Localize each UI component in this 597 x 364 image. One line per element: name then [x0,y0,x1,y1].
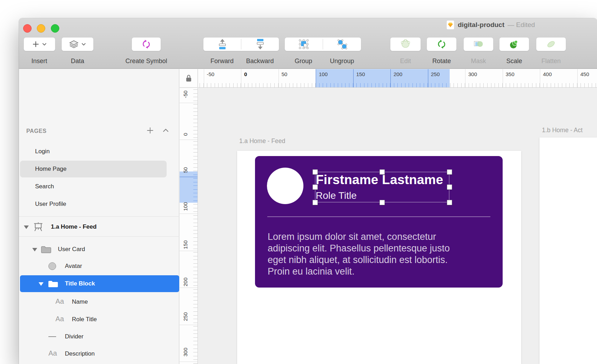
sidebar-page-login[interactable]: Login [19,143,179,160]
page-label: User Profile [35,201,66,208]
vertical-ruler: -50050100150200250300 [180,88,198,364]
selection-handle[interactable] [313,184,318,190]
card-description-text[interactable]: Lorem ipsum dolor sit amet, consectetura… [268,231,450,277]
text-layer-icon: Aa [55,315,64,323]
move-forward-icon [216,39,229,50]
group-button[interactable] [285,38,323,51]
selection-handle[interactable] [313,169,318,175]
sketch-window: digital-product — Edited Insert Data [19,18,597,364]
h-ruler-tick-label: 150 [356,72,365,77]
layer-row-user-card[interactable]: User Card [19,241,179,258]
v-ruler-tick-label: 0 [180,132,192,137]
horizontal-ruler: -50050100150200250300350400450 [198,69,597,88]
ungroup-icon [336,39,348,50]
edit-button[interactable] [390,37,421,51]
artboard-label-home-feed[interactable]: 1.a Home - Feed [239,137,285,145]
h-ruler-tick-label: -50 [207,72,215,77]
h-ruler-tick-label: 300 [468,72,477,77]
v-ruler-tick-label: 150 [180,242,192,248]
flatten-label: Flatten [521,58,581,65]
h-ruler-tick-label: 400 [543,72,552,77]
sidebar: PAGES LoginHome PageSearchUser Profile 1… [19,69,179,364]
sidebar-page-search[interactable]: Search [19,178,179,195]
ungroup-label: Ungroup [312,58,372,65]
selection-handle[interactable] [447,200,452,205]
forward-button[interactable] [203,38,241,51]
layer-label: Title Block [65,280,95,287]
artboard-label-home-activity[interactable]: 1.b Home - Act [542,127,583,134]
layer-row-divider[interactable]: Divider [19,328,179,345]
create-symbol-icon [141,39,152,49]
avatar-shape[interactable] [267,168,303,204]
titlebar-toolbar: digital-product — Edited Insert Data [19,18,597,69]
h-ruler-tick-label: 50 [282,72,288,77]
layer-row-1-a-home-feed[interactable]: 1.a Home - Feed [19,218,179,235]
sidebar-page-home-page[interactable]: Home Page [19,161,179,177]
selection-handle[interactable] [380,169,385,175]
v-ruler-tick-label: 250 [180,314,192,319]
layer-row-avatar[interactable]: Avatar [19,258,179,275]
artboard-icon [33,222,43,231]
layer-row-role-title[interactable]: AaRole Title [19,311,179,328]
v-ruler-tick-label: -50 [180,92,192,97]
ruler-corner [180,69,198,88]
layer-selection-highlight [20,294,167,310]
h-ruler-tick-label: 0 [244,72,247,77]
disclosure-triangle-icon[interactable] [24,225,29,229]
chevron-up-icon [163,129,169,132]
page-label: Search [35,183,54,190]
layer-label: Role Title [72,316,97,323]
window-title: digital-product — Edited [446,19,535,31]
document-name: digital-product [458,21,504,29]
add-page-button[interactable] [145,125,155,136]
minimize-window-button[interactable] [37,24,45,33]
h-ruler-tick-label: 450 [581,72,589,77]
edit-shape-icon [400,39,411,49]
layer-label: Avatar [65,263,82,270]
create-symbol-label: Create Symbol [116,58,176,65]
layer-row-title-block[interactable]: Title Block [19,275,179,292]
selection-handle[interactable] [447,169,452,175]
sidebar-page-user-profile[interactable]: User Profile [19,196,179,213]
sidebar-separator [19,216,179,217]
disclosure-triangle-icon[interactable] [39,282,43,286]
selection-handle[interactable] [313,200,318,205]
group-icon [298,39,309,50]
create-symbol-button[interactable] [132,37,161,51]
selection-handle[interactable] [380,200,385,205]
traffic-lights [23,22,69,35]
card-divider-line[interactable] [267,216,490,217]
mask-button[interactable] [463,37,494,51]
layers-icon [69,40,79,48]
collapse-pages-button[interactable] [160,125,171,136]
text-layer-icon: Aa [48,349,57,357]
h-ruler-tick-label: 250 [431,72,440,77]
selection-outline [315,172,449,202]
data-label: Data [48,58,107,65]
lock-icon[interactable] [185,74,192,82]
artboard-home-activity[interactable] [539,137,597,364]
layer-selection-highlight [20,328,167,345]
layer-row-name[interactable]: AaName [19,294,179,310]
close-window-button[interactable] [23,24,32,33]
disclosure-triangle-icon[interactable] [32,248,37,251]
h-ruler-tick-label: 350 [506,72,515,77]
ungroup-button[interactable] [323,38,361,51]
insert-button[interactable] [24,37,55,51]
sketch-document-icon [446,20,455,30]
data-button[interactable] [61,37,94,51]
pages-header: PAGES [26,128,47,134]
scale-button[interactable] [499,37,529,51]
v-ruler-tick-label: 200 [180,279,192,285]
layer-label: Divider [65,333,83,340]
flatten-button[interactable] [536,37,566,51]
h-ruler-tick-label: 200 [394,72,402,77]
layer-row-description[interactable]: AaDescription [19,345,179,362]
backward-button[interactable] [241,38,279,51]
selection-handle[interactable] [447,184,452,190]
fullscreen-window-button[interactable] [51,24,59,33]
rotate-button[interactable] [427,37,457,51]
rotate-icon [436,39,447,49]
mask-icon [473,39,484,49]
chevron-down-icon [42,43,47,46]
